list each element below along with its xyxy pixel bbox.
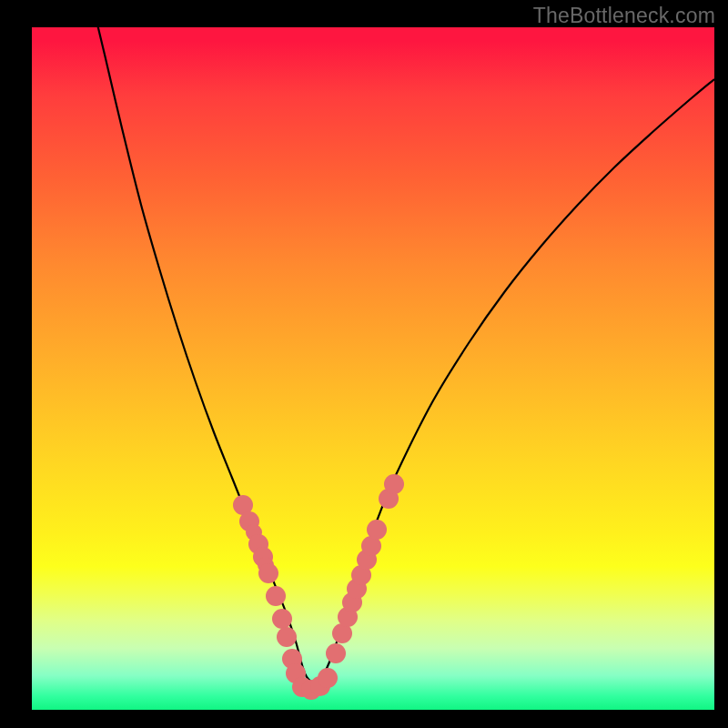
plot-area xyxy=(32,27,714,710)
chart-frame: TheBottleneck.com xyxy=(0,0,728,728)
data-marker xyxy=(272,609,292,629)
data-marker xyxy=(266,586,286,606)
data-marker xyxy=(318,668,338,688)
data-marker xyxy=(326,643,346,663)
curve-svg xyxy=(32,27,714,710)
data-marker xyxy=(367,520,387,540)
bottleneck-curve xyxy=(94,27,714,682)
data-marker xyxy=(258,563,278,583)
watermark-text: TheBottleneck.com xyxy=(533,4,715,28)
data-marker xyxy=(277,627,297,647)
data-marker xyxy=(384,474,404,494)
